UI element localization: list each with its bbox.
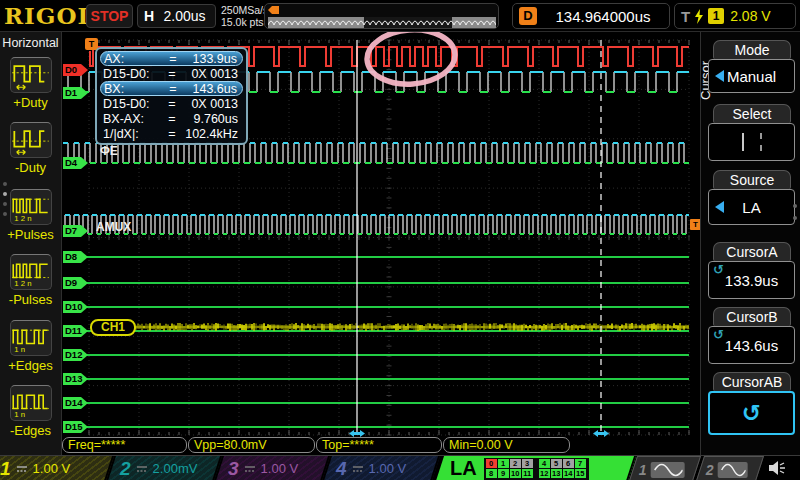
duty-plus-label: +Duty xyxy=(0,95,61,110)
pulses-minus-label: -Pulses xyxy=(0,292,61,307)
la-bit-d13[interactable]: 13 xyxy=(551,469,562,478)
channel-badge-4[interactable]: 4 1.00 V xyxy=(324,456,440,480)
bus-label-amux: AMUX xyxy=(96,220,131,234)
channel-badge-1[interactable]: 1 1.00 V xyxy=(0,456,114,480)
measure-min: Min=0.00 V xyxy=(443,437,570,453)
bus-a-value: 0X 0013 xyxy=(179,67,240,81)
coupling-dc-icon xyxy=(244,464,256,474)
menu-value-mode[interactable]: Manual xyxy=(708,59,795,93)
duty-plus-button[interactable] xyxy=(10,57,52,93)
acquisition-info: 250MSa/s 15.0k pts xyxy=(221,4,268,28)
edges-minus-button[interactable]: 1 n xyxy=(10,385,52,421)
la-bit-d2[interactable]: 2 xyxy=(510,459,521,468)
sine-wave-icon xyxy=(717,462,747,478)
memory-waveform-preview xyxy=(268,17,496,28)
la-badge[interactable]: LA 01234567 89101112131415 xyxy=(436,456,636,480)
source-value: LA xyxy=(742,199,760,216)
menu-value-cursor-b[interactable]: ↺ 143.6us xyxy=(708,326,795,364)
duty-minus-label: -Duty xyxy=(0,160,61,175)
menu-value-select[interactable] xyxy=(708,123,795,161)
equals-sign: = xyxy=(166,82,180,96)
inv-dx-value: 102.4kHz xyxy=(179,127,240,141)
waveform-display: D0D1D4D7D8D9D10D11D12D13D14D15 T T AX: =… xyxy=(62,32,700,437)
menu-label-cursor-b: CursorB xyxy=(713,307,791,326)
cursor-freq-row: 1/|dX|: = 102.4kHz xyxy=(100,126,243,141)
trigger-position-arrow-icon xyxy=(268,6,280,14)
sample-rate: 250MSa/s xyxy=(221,4,268,16)
duty-minus-icon xyxy=(11,123,51,157)
speaker-icon[interactable] xyxy=(766,458,790,478)
la-bit-d7[interactable]: 7 xyxy=(575,459,586,468)
la-bit-d4[interactable]: 4 xyxy=(539,459,550,468)
coupling-dc-icon xyxy=(16,464,28,474)
coupling-dc-icon xyxy=(352,464,364,474)
source2-badge[interactable]: 2 xyxy=(696,456,764,480)
la-bit-d1[interactable]: 1 xyxy=(498,459,509,468)
delay-value: 134.964000us xyxy=(537,8,669,25)
channel-4-number: 4 xyxy=(336,458,347,480)
horizontal-label: H xyxy=(144,8,154,24)
delay-readout-group: D 134.964000us xyxy=(512,3,670,29)
la-bit-d3[interactable]: 3 xyxy=(522,459,533,468)
ax-label: AX: xyxy=(104,52,166,66)
la-bit-d6[interactable]: 6 xyxy=(563,459,574,468)
memory-position-bar[interactable] xyxy=(264,3,499,29)
menu-value-source[interactable]: LA xyxy=(708,189,795,225)
rotate-knob-icon: ↺ xyxy=(713,327,724,342)
cursor-a-solid-icon xyxy=(742,133,744,151)
la-bit-d15[interactable]: 15 xyxy=(575,469,586,478)
delay-badge: D xyxy=(519,7,537,25)
cursor-b-value: 143.6us xyxy=(725,337,778,354)
measure-vpp: Vpp=80.0mV xyxy=(188,437,315,453)
la-label: LA xyxy=(450,457,477,480)
left-arrow-icon xyxy=(715,70,724,82)
bus-b-label: D15-D0: xyxy=(103,97,165,111)
source1-badge[interactable]: 1 xyxy=(629,456,701,480)
memory-depth: 15.0k pts xyxy=(221,16,268,28)
la-bit-grid: 01234567 89101112131415 xyxy=(484,458,589,480)
la-bit-d11[interactable]: 11 xyxy=(522,469,533,478)
source-1-number: 1 xyxy=(639,462,647,478)
source-2-number: 2 xyxy=(706,462,714,478)
left-arrow-icon xyxy=(715,201,724,213)
ch1-trace-badge[interactable]: CH1 xyxy=(90,319,136,336)
la-bit-d14[interactable]: 14 xyxy=(563,469,574,478)
edges-plus-label: +Edges xyxy=(0,358,61,373)
run-state-indicator[interactable]: STOP xyxy=(86,4,133,28)
rotate-knob-icon: ↺ xyxy=(713,262,724,277)
menu-label-cursor-a: CursorA xyxy=(713,242,791,261)
la-bit-d8[interactable]: 8 xyxy=(486,469,497,478)
la-bit-d12[interactable]: 12 xyxy=(539,469,550,478)
pulses-plus-label: +Pulses xyxy=(0,227,61,242)
channel-badge-3[interactable]: 3 1.00 V xyxy=(216,456,330,480)
channel-3-number: 3 xyxy=(228,458,239,480)
la-bit-d10[interactable]: 10 xyxy=(510,469,521,478)
menu-value-cursor-ab[interactable]: ↺ xyxy=(708,391,795,435)
bus-b-value: 0X 0013 xyxy=(179,97,240,111)
la-bit-d9[interactable]: 9 xyxy=(498,469,509,478)
sine-wave-icon xyxy=(650,462,684,478)
cursor-menu: Cursor Mode Manual Select Source LA Curs… xyxy=(700,32,800,455)
pulses-plus-icon: 1 2 n xyxy=(11,190,51,224)
pulses-plus-button[interactable]: 1 2 n xyxy=(10,189,52,225)
la-bit-d5[interactable]: 5 xyxy=(551,459,562,468)
measure-freq: Freq=***** xyxy=(62,437,187,453)
edges-plus-button[interactable]: 1 n xyxy=(10,320,52,356)
channel-1-scale: 1.00 V xyxy=(33,461,71,476)
pulses-minus-button[interactable]: 1 2 n xyxy=(10,254,52,290)
channel-badge-2[interactable]: 2 2.00mV xyxy=(108,456,222,480)
bus-a-label: D15-D0: xyxy=(103,67,165,81)
channel-4-scale: 1.00 V xyxy=(369,461,407,476)
cursor-bx-row: BX: = 143.6us xyxy=(100,81,243,96)
cursor-a-bus-row: D15-D0: = 0X 0013 xyxy=(100,66,243,81)
horizontal-scale-group[interactable]: H 2.00us xyxy=(137,4,216,28)
menu-value-cursor-a[interactable]: ↺ 133.9us xyxy=(708,261,795,299)
svg-text:1 2 n: 1 2 n xyxy=(14,279,31,288)
delta-value: 9.760us xyxy=(179,112,240,126)
menu-label-select: Select xyxy=(713,104,791,123)
edges-minus-label: -Edges xyxy=(0,423,61,438)
duty-minus-button[interactable] xyxy=(10,122,52,158)
la-bit-d0[interactable]: 0 xyxy=(486,459,497,468)
channel-status-bar: 1 1.00 V 2 2.00mV 3 1.00 V xyxy=(0,455,800,480)
left-menu-title: Horizontal xyxy=(0,36,61,50)
